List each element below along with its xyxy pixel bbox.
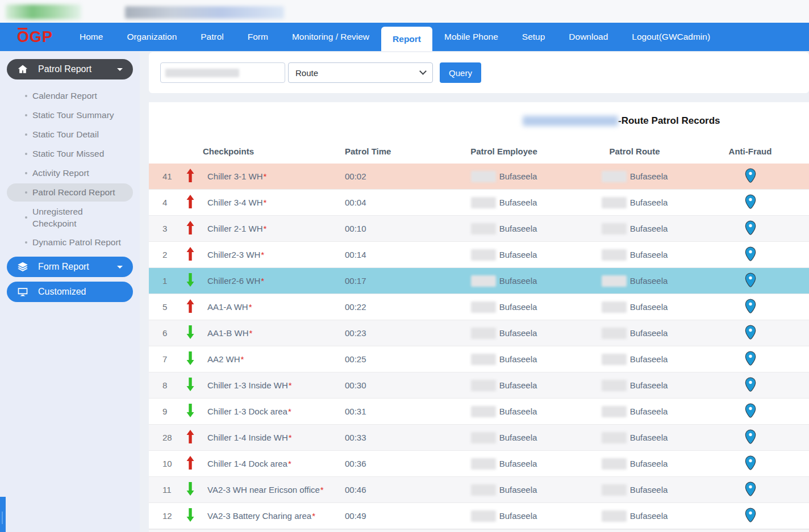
- sidebar-section-customized[interactable]: Customized: [7, 282, 133, 302]
- layers-icon: [17, 261, 28, 273]
- redacted-first-name-blur: [471, 171, 496, 182]
- map-pin-icon[interactable]: [745, 508, 756, 525]
- arrow-down-icon: [186, 404, 194, 419]
- employee-name: Bufaseela: [499, 171, 537, 181]
- redacted-route-prefix-blur: [602, 275, 627, 287]
- map-pin-icon[interactable]: [745, 246, 756, 263]
- patrol-route-cell: Bufaseela: [578, 301, 691, 313]
- map-pin-icon[interactable]: [745, 299, 756, 316]
- main-content: Route Query -Route Patrol Records Checkp…: [140, 51, 809, 532]
- redacted-input-value-blur: [165, 69, 239, 77]
- map-pin-icon[interactable]: [745, 194, 756, 211]
- patrol-employee-cell: Bufaseela: [430, 458, 578, 470]
- sidebar-item-dynamic-patrol-report[interactable]: Dynamic Patrol Report: [0, 233, 140, 252]
- patrol-time: 00:14: [345, 250, 430, 259]
- sidebar-item-activity-report[interactable]: Activity Report: [0, 164, 140, 183]
- map-pin-icon[interactable]: [745, 455, 756, 472]
- table-row: 1 Chiller2-6 WH* 00:17 Bufaseela Bufasee…: [149, 268, 809, 294]
- nav-item-report-active[interactable]: Report: [381, 27, 432, 51]
- patrol-employee-cell: Bufaseela: [430, 510, 578, 522]
- nav-item-download[interactable]: Download: [557, 23, 620, 51]
- patrol-employee-cell: Bufaseela: [430, 301, 578, 313]
- patrol-employee-cell: Bufaseela: [430, 275, 578, 287]
- sidebar-section-form-report[interactable]: Form Report: [7, 257, 133, 277]
- route-name: Bufaseela: [630, 459, 668, 468]
- sidebar-item-static-tour-missed[interactable]: Static Tour Missed: [0, 144, 140, 164]
- checkpoint-name: Chiller 3-4 WH*: [203, 198, 345, 207]
- arrow-down-icon: [186, 325, 194, 341]
- main-navbar: OGP Home Organization Patrol Form Monito…: [0, 23, 809, 51]
- route-name: Bufaseela: [630, 433, 668, 442]
- sidebar-section-patrol-report[interactable]: Patrol Report: [7, 59, 133, 79]
- asterisk-mark: *: [261, 250, 264, 259]
- patrol-route-cell: Bufaseela: [578, 484, 691, 496]
- redacted-first-name-blur: [471, 328, 496, 339]
- table-row: 41 Chiller 3-1 WH* 00:02 Bufaseela Bufas…: [149, 164, 809, 190]
- checkpoint-name: VA2-3 Battery Charing area*: [203, 511, 345, 521]
- sidebar-section-label: Customized: [38, 287, 86, 297]
- table-row: 7 AA2 WH* 00:25 Bufaseela Bufaseela: [149, 346, 809, 372]
- redacted-route-prefix-blur: [602, 484, 627, 496]
- map-pin-icon[interactable]: [745, 351, 756, 368]
- row-number: 10: [149, 459, 177, 468]
- nav-item-logout[interactable]: Logout(GWCadmin): [620, 23, 722, 51]
- nav-item-monitoring-review[interactable]: Monitoring / Review: [280, 23, 381, 51]
- search-input[interactable]: [160, 62, 285, 83]
- route-name: Bufaseela: [630, 250, 668, 259]
- direction-arrow-cell: [177, 273, 203, 288]
- employee-name: Bufaseela: [499, 511, 537, 521]
- map-pin-icon[interactable]: [745, 220, 756, 237]
- patrol-time: 00:22: [345, 302, 430, 312]
- redacted-first-name-blur: [471, 249, 496, 261]
- asterisk-mark: *: [288, 459, 291, 468]
- employee-name: Bufaseela: [499, 276, 537, 286]
- table-row: 28 Chiller 1-4 Inside WH* 00:33 Bufaseel…: [149, 425, 809, 451]
- direction-arrow-cell: [177, 221, 203, 236]
- arrow-up-icon: [186, 221, 194, 236]
- map-pin-icon[interactable]: [745, 273, 756, 290]
- sidebar-item-static-tour-summary[interactable]: Static Tour Summary: [0, 106, 140, 125]
- sidebar-item-patrol-record-report[interactable]: Patrol Record Report: [7, 183, 133, 202]
- redacted-first-name-blur: [471, 301, 496, 313]
- sidebar-item-static-tour-detail[interactable]: Static Tour Detail: [0, 125, 140, 144]
- checkpoint-name: VA2-3 WH near Ericson office*: [203, 485, 345, 495]
- map-pin-icon[interactable]: [745, 481, 756, 499]
- map-pin-icon[interactable]: [745, 168, 756, 185]
- nav-item-mobile-phone[interactable]: Mobile Phone: [432, 23, 510, 51]
- sidebar-item-label: Activity Report: [32, 168, 89, 178]
- employee-name: Bufaseela: [499, 198, 537, 207]
- arrow-up-icon: [186, 169, 194, 184]
- patrol-route-cell: Bufaseela: [578, 171, 691, 182]
- sidebar-item-calendar-report[interactable]: Calendar Report: [0, 86, 140, 106]
- query-button[interactable]: Query: [440, 62, 481, 83]
- route-name: Bufaseela: [630, 380, 668, 390]
- patrol-employee-cell: Bufaseela: [430, 223, 578, 234]
- map-pin-icon[interactable]: [745, 377, 756, 394]
- nav-item-organization[interactable]: Organization: [115, 23, 189, 51]
- map-pin-icon[interactable]: [745, 429, 756, 446]
- employee-name: Bufaseela: [499, 380, 537, 390]
- anti-fraud-cell: [691, 194, 809, 211]
- patrol-time: 00:49: [345, 511, 430, 521]
- patrol-employee-cell: Bufaseela: [430, 328, 578, 339]
- nav-item-setup[interactable]: Setup: [510, 23, 557, 51]
- patrol-employee-cell: Bufaseela: [430, 354, 578, 365]
- redacted-route-prefix-blur: [602, 510, 627, 522]
- direction-arrow-cell: [177, 456, 203, 471]
- arrow-up-icon: [186, 247, 194, 262]
- nav-item-form[interactable]: Form: [236, 23, 280, 51]
- checkpoint-name: Chiller 1-4 Dock area*: [203, 459, 345, 468]
- header-checkpoints: Checkpoints: [203, 146, 345, 156]
- map-pin-icon[interactable]: [745, 325, 756, 342]
- sidebar-item-unregistered-checkpoint[interactable]: Unregistered Checkpoint: [0, 202, 140, 233]
- nav-item-patrol[interactable]: Patrol: [189, 23, 236, 51]
- sidebar-item-label: Unregistered Checkpoint: [32, 206, 124, 229]
- nav-item-home[interactable]: Home: [68, 23, 115, 51]
- patrol-time: 00:02: [345, 171, 430, 181]
- side-panel-handle[interactable]: [0, 497, 6, 532]
- patrol-time: 00:25: [345, 354, 430, 364]
- map-pin-icon[interactable]: [745, 403, 756, 420]
- patrol-employee-cell: Bufaseela: [430, 171, 578, 182]
- patrol-route-cell: Bufaseela: [578, 275, 691, 287]
- route-type-select[interactable]: Route: [288, 62, 433, 83]
